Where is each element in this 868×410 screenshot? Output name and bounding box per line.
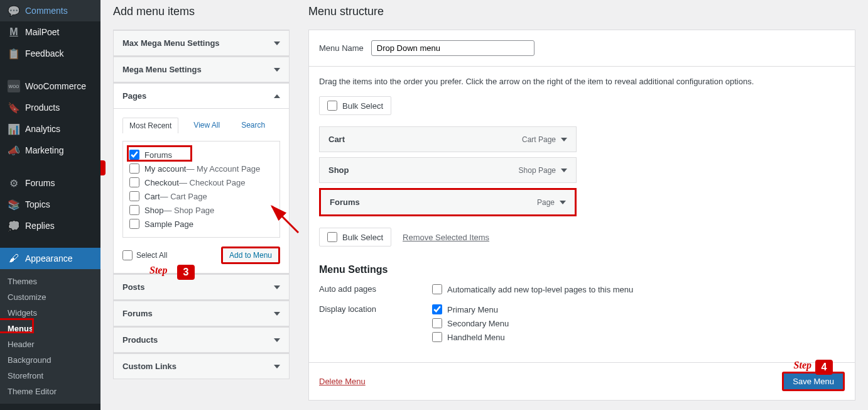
sidebar-item-comments[interactable]: 💬Comments <box>0 0 100 21</box>
chevron-down-icon <box>274 68 280 72</box>
sidebar-item-topics[interactable]: 📚Topics <box>0 194 100 215</box>
replies-icon: 💭 <box>8 219 20 232</box>
sidebar-item-analytics[interactable]: 📊Analytics <box>0 118 100 140</box>
step-badge-4: 4 <box>815 360 833 375</box>
sidebar-item-forums[interactable]: ⚙Forums <box>0 172 100 194</box>
submenu-theme-editor[interactable]: Theme Editor <box>0 384 100 399</box>
add-to-menu-button[interactable]: Add to Menu <box>221 247 280 264</box>
menu-item-shop[interactable]: Shop Shop Page <box>319 157 577 183</box>
menu-footer: Delete Menu Save Menu <box>309 362 855 400</box>
step-badge-2: 2 <box>100 160 106 175</box>
marketing-icon: 📣 <box>8 144 20 157</box>
bulk-select-top[interactable]: Bulk Select <box>319 96 391 115</box>
topics-icon: 📚 <box>8 198 20 211</box>
sidebar-item-appearance[interactable]: 🖌Appearance <box>0 248 100 269</box>
menu-settings-title: Menu Settings <box>319 264 845 275</box>
menu-structure-title: Menu structure <box>308 5 855 18</box>
comments-icon: 💬 <box>8 4 20 17</box>
location-primary[interactable]: Primary Menu <box>432 304 509 314</box>
tab-view-all[interactable]: View All <box>187 118 226 133</box>
accordion-header-posts[interactable]: Posts <box>114 274 289 299</box>
submenu-widgets[interactable]: Widgets <box>0 305 100 321</box>
accordion-body-pages: Most Recent View All Search Forums My ac… <box>114 108 289 273</box>
menu-name-input[interactable] <box>371 40 534 56</box>
accordion-posts: Posts <box>113 274 290 300</box>
woocommerce-icon: woo <box>8 80 20 92</box>
sidebar-item-label: WooCommerce <box>25 81 86 91</box>
chevron-down-icon <box>561 138 567 141</box>
feedback-icon: 📋 <box>8 47 20 60</box>
accordion-header-mega[interactable]: Mega Menu Settings <box>114 57 289 82</box>
sidebar-item-label: Forums <box>25 178 55 188</box>
bulk-select-checkbox-top[interactable] <box>327 101 337 111</box>
submenu-header[interactable]: Header <box>0 336 100 352</box>
submenu-themes[interactable]: Themes <box>0 274 100 289</box>
accordion-header-forums[interactable]: Forums <box>114 301 289 326</box>
accordion-maxmega: Max Mega Menu Settings <box>113 30 290 56</box>
accordion-header-pages[interactable]: Pages <box>114 83 289 108</box>
page-checkbox-sample[interactable] <box>129 219 139 229</box>
auto-add-label: Auto add pages <box>319 284 432 298</box>
sidebar-item-label: Feedback <box>25 48 63 58</box>
location-primary-checkbox[interactable] <box>432 304 442 314</box>
page-row-forums[interactable]: Forums <box>129 148 273 162</box>
sidebar-item-label: Comments <box>25 6 68 16</box>
menu-item-forums[interactable]: Forums Page <box>319 188 577 216</box>
accordion-products: Products <box>113 326 290 353</box>
accordion-header-products[interactable]: Products <box>114 327 289 352</box>
sidebar-item-label: Products <box>25 102 60 113</box>
location-secondary[interactable]: Secondary Menu <box>432 318 509 328</box>
submenu-menus[interactable]: Menus <box>0 321 100 336</box>
menu-body: Drag the items into the order you prefer… <box>309 67 855 362</box>
sidebar-item-mailpoet[interactable]: MMailPoet <box>0 21 100 43</box>
page-row-sample[interactable]: Sample Page <box>129 217 273 231</box>
step-badge-3: 3 <box>177 265 195 280</box>
menu-instructions: Drag the items into the order you prefer… <box>319 77 845 86</box>
sidebar-item-products[interactable]: 🔖Products <box>0 97 100 118</box>
bulk-select-bottom[interactable]: Bulk Select <box>319 228 391 247</box>
select-all-label[interactable]: Select All <box>122 250 167 260</box>
page-checkbox-myaccount[interactable] <box>129 163 139 174</box>
bulk-select-checkbox-bottom[interactable] <box>327 232 337 242</box>
accordion-header-customlinks[interactable]: Custom Links <box>114 353 289 379</box>
page-row-checkout[interactable]: Checkout — Checkout Page <box>129 175 273 189</box>
accordion-customlinks: Custom Links <box>113 353 290 379</box>
page-row-shop[interactable]: Shop — Shop Page <box>129 203 273 217</box>
auto-add-checkbox[interactable] <box>432 284 442 294</box>
tab-search[interactable]: Search <box>235 118 271 133</box>
sidebar-item-label: Analytics <box>25 124 60 134</box>
main-content: Step 1 Step 2 Step 3 Step 4 Add menu ite… <box>100 0 868 410</box>
analytics-icon: 📊 <box>8 123 20 135</box>
auto-add-pages-row: Auto add pages Automatically add new top… <box>319 284 845 298</box>
location-handheld-checkbox[interactable] <box>432 332 442 342</box>
sidebar-item-marketing[interactable]: 📣Marketing <box>0 140 100 161</box>
tab-most-recent[interactable]: Most Recent <box>122 118 178 133</box>
page-checkbox-shop[interactable] <box>129 205 139 215</box>
menu-container: Menu Name Drag the items into the order … <box>308 30 855 401</box>
page-row-myaccount[interactable]: My account — My Account Page <box>129 162 273 175</box>
chevron-down-icon <box>274 42 280 45</box>
remove-selected-link: Remove Selected Items <box>403 233 489 242</box>
appearance-submenu: Themes Customize Widgets Menus Header Ba… <box>0 269 100 404</box>
accordion-header-maxmega[interactable]: Max Mega Menu Settings <box>114 30 289 55</box>
sidebar-item-woocommerce[interactable]: wooWooCommerce <box>0 75 100 97</box>
location-secondary-checkbox[interactable] <box>432 318 442 328</box>
auto-add-checkbox-label[interactable]: Automatically add new top-level pages to… <box>432 284 633 294</box>
sidebar-item-label: Topics <box>25 199 50 209</box>
select-all-checkbox[interactable] <box>122 250 133 260</box>
location-handheld[interactable]: Handheld Menu <box>432 332 509 342</box>
page-checkbox-cart[interactable] <box>129 191 139 201</box>
sidebar-item-feedback[interactable]: 📋Feedback <box>0 43 100 64</box>
pages-tabs: Most Recent View All Search <box>122 118 280 133</box>
page-row-cart[interactable]: Cart — Cart Page <box>129 189 273 203</box>
delete-menu-link[interactable]: Delete Menu <box>319 377 366 386</box>
page-checkbox-checkout[interactable] <box>129 177 139 187</box>
submenu-customize[interactable]: Customize <box>0 289 100 305</box>
submenu-storefront[interactable]: Storefront <box>0 368 100 384</box>
page-checkbox-forums[interactable] <box>129 150 139 160</box>
admin-sidebar: 💬Comments MMailPoet 📋Feedback wooWooComm… <box>0 0 100 410</box>
menu-item-cart[interactable]: Cart Cart Page <box>319 126 577 152</box>
submenu-background[interactable]: Background <box>0 352 100 368</box>
sidebar-item-replies[interactable]: 💭Replies <box>0 215 100 236</box>
save-menu-button[interactable]: Save Menu <box>782 372 845 391</box>
